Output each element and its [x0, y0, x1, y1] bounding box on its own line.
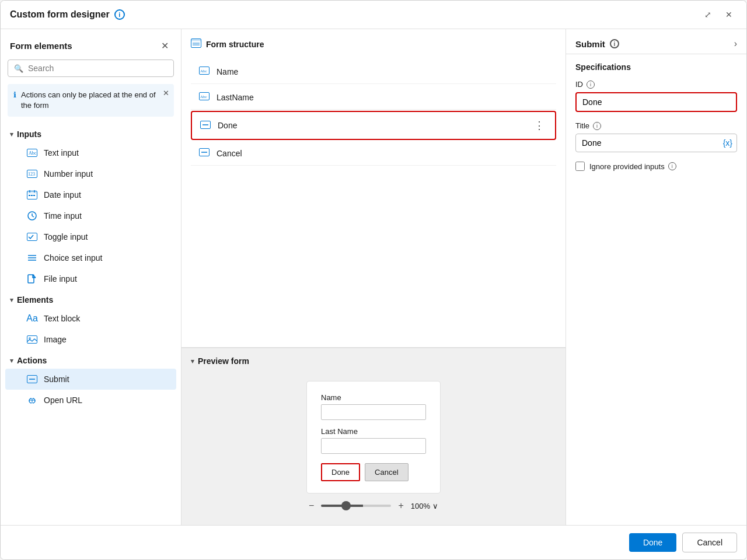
preview-name-input[interactable]	[321, 404, 426, 420]
window-title: Custom form designer i	[10, 9, 700, 20]
right-panel-title: Submit i	[575, 39, 619, 49]
inputs-label: Inputs	[17, 130, 41, 139]
date-input-icon	[26, 189, 38, 201]
svg-rect-8	[29, 195, 30, 196]
ignore-inputs-info-icon[interactable]: i	[668, 162, 676, 170]
left-panel-title: Form elements	[10, 41, 72, 51]
title-field-info-icon[interactable]: i	[593, 122, 601, 130]
info-banner-text: Actions can only be placed at the end of…	[21, 90, 168, 111]
info-banner-close-button[interactable]: ✕	[163, 89, 169, 97]
image-label: Image	[44, 335, 67, 344]
cancel-button[interactable]: Cancel	[682, 533, 737, 552]
preview-done-button[interactable]: Done	[321, 463, 360, 481]
preview-name-label: Name	[321, 393, 426, 402]
time-input-label: Time input	[44, 211, 82, 220]
preview-cancel-button[interactable]: Cancel	[365, 463, 408, 481]
ignore-inputs-checkbox[interactable]	[575, 162, 585, 171]
lastname-item-icon: Abc	[199, 92, 211, 102]
sidebar-item-file-input[interactable]: File input	[5, 268, 176, 289]
left-panel-close-button[interactable]: ✕	[158, 38, 172, 52]
done-item-more-button[interactable]: ⋮	[532, 119, 547, 132]
zoom-plus-button[interactable]: +	[398, 501, 403, 511]
title-info-icon[interactable]: i	[114, 9, 125, 20]
submit-icon	[26, 373, 38, 385]
inputs-section-header[interactable]: ▾ Inputs	[1, 124, 181, 142]
info-banner-icon: ℹ	[13, 90, 16, 99]
right-panel-title-text: Submit	[575, 39, 605, 49]
title-label-text: Title	[575, 121, 589, 130]
minimize-button[interactable]: ⤢	[700, 6, 716, 23]
svg-line-13	[32, 216, 34, 217]
sidebar-item-time-input[interactable]: Time input	[5, 205, 176, 226]
form-item-cancel[interactable]: Cancel	[191, 141, 556, 166]
form-structure-area: Form structure Abc Name	[181, 29, 566, 348]
info-banner: ℹ Actions can only be placed at the end …	[8, 84, 174, 117]
ignore-inputs-label[interactable]: Ignore provided inputs i	[589, 162, 676, 171]
sidebar-item-image[interactable]: Image	[5, 329, 176, 350]
zoom-slider[interactable]	[321, 505, 391, 507]
form-item-done[interactable]: Done ⋮	[191, 111, 556, 140]
specs-title: Specifications	[575, 62, 737, 72]
preview-body: Name Last Name Done Cancel − +	[181, 372, 566, 525]
right-panel-arrow-icon[interactable]: ›	[734, 38, 737, 49]
center-panel: Form structure Abc Name	[181, 29, 566, 525]
zoom-chevron-icon[interactable]: ∨	[432, 502, 438, 510]
zoom-percent: 100%	[411, 502, 430, 510]
title-field-label: Title i	[575, 121, 737, 130]
inputs-chevron-icon: ▾	[10, 131, 13, 138]
specs-section: Specifications ID i Title i	[566, 54, 746, 179]
svg-rect-5	[27, 191, 37, 194]
preview-chevron-icon: ▾	[191, 358, 194, 365]
sidebar-item-text-input[interactable]: Abc Text input	[5, 142, 176, 163]
actions-chevron-icon: ▾	[10, 357, 13, 365]
elements-chevron-icon: ▾	[10, 296, 13, 304]
search-input[interactable]	[28, 64, 167, 73]
right-panel-header: Submit i ›	[566, 29, 746, 54]
left-panel-header: Form elements ✕	[1, 29, 181, 60]
search-icon: 🔍	[14, 64, 23, 73]
choice-set-input-label: Choice set input	[44, 253, 102, 262]
sidebar-item-toggle-input[interactable]: Toggle input	[5, 226, 176, 247]
ignore-inputs-checkbox-row: Ignore provided inputs i	[575, 162, 737, 171]
svg-text:123: 123	[28, 172, 35, 177]
preview-header[interactable]: ▾ Preview form	[181, 348, 566, 372]
ignore-inputs-label-text: Ignore provided inputs	[589, 162, 665, 171]
preview-lastname-input[interactable]	[321, 438, 426, 454]
form-item-lastname[interactable]: Abc LastName	[191, 85, 556, 110]
sidebar-item-submit[interactable]: Submit	[5, 369, 176, 390]
svg-rect-10	[33, 195, 35, 196]
preview-buttons: Done Cancel	[321, 463, 426, 481]
choice-set-input-icon	[26, 252, 38, 264]
form-item-name[interactable]: Abc Name	[191, 60, 556, 84]
zoom-label: 100% ∨	[411, 502, 438, 510]
zoom-minus-button[interactable]: −	[309, 501, 314, 511]
sidebar-item-text-block[interactable]: Aa Text block	[5, 308, 176, 329]
form-structure-header: Form structure	[191, 38, 556, 50]
expression-icon[interactable]: {x}	[723, 138, 732, 148]
close-window-button[interactable]: ✕	[721, 6, 737, 23]
id-field-input[interactable]	[575, 92, 737, 112]
svg-rect-9	[31, 195, 33, 196]
sidebar-item-number-input[interactable]: 123 Number input	[5, 163, 176, 184]
right-panel-info-icon[interactable]: i	[610, 39, 619, 48]
search-box[interactable]: 🔍	[8, 60, 174, 77]
id-field-info-icon[interactable]: i	[587, 80, 595, 89]
preview-zoom: − + 100% ∨	[309, 494, 438, 516]
date-input-label: Date input	[44, 190, 81, 200]
sidebar-item-date-input[interactable]: Date input	[5, 184, 176, 205]
actions-label: Actions	[17, 356, 47, 365]
toggle-input-icon	[26, 231, 38, 243]
open-url-icon	[26, 394, 38, 406]
preview-card: Name Last Name Done Cancel	[306, 381, 441, 494]
svg-rect-27	[191, 39, 201, 41]
main-window: Custom form designer i ⤢ ✕ Form elements…	[0, 0, 747, 560]
actions-section-header[interactable]: ▾ Actions	[1, 350, 181, 369]
done-button[interactable]: Done	[629, 533, 676, 552]
title-field-input[interactable]	[575, 134, 737, 152]
sidebar-item-choice-set-input[interactable]: Choice set input	[5, 247, 176, 268]
sidebar-item-open-url[interactable]: Open URL	[5, 390, 176, 411]
elements-section-header[interactable]: ▾ Elements	[1, 289, 181, 308]
cancel-item-label: Cancel	[217, 149, 548, 158]
title-text: Custom form designer	[10, 9, 110, 20]
time-input-icon	[26, 210, 38, 222]
